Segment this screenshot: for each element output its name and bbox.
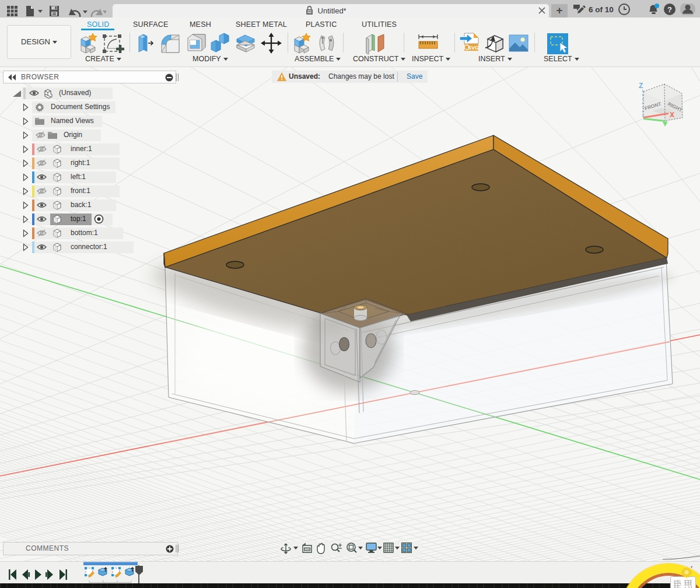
- svg-text:?: ?: [667, 5, 672, 14]
- svg-text:SVG: SVG: [468, 45, 479, 51]
- svg-text:6 of 10: 6 of 10: [589, 5, 614, 14]
